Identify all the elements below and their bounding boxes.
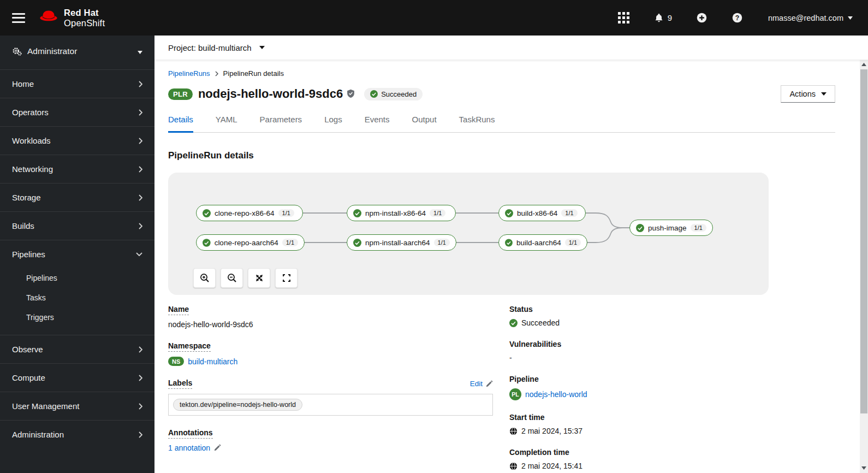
name-label: Name <box>168 305 189 315</box>
fit-to-screen-button[interactable] <box>248 268 270 288</box>
sidebar-item-home[interactable]: Home <box>0 69 154 98</box>
tab-logs[interactable]: Logs <box>324 115 342 133</box>
main-content: Project: build-multiarch PipelineRuns Pi… <box>154 36 868 473</box>
sidebar-item-pipelines[interactable]: Pipelines <box>0 240 154 268</box>
notification-count: 9 <box>668 13 672 22</box>
brand-logo[interactable]: Red Hat OpenShift <box>38 8 105 28</box>
tab-taskruns[interactable]: TaskRuns <box>459 115 495 133</box>
field-labels: Labels Edit tekton.dev/pipeline=nodejs-h… <box>168 379 493 416</box>
task-node-build-x86-64[interactable]: build-x86-64 1/1 <box>498 205 586 221</box>
sidebar-item-networking[interactable]: Networking <box>0 155 154 183</box>
nav-toggle-icon[interactable] <box>12 13 25 23</box>
pencil-icon <box>213 444 221 452</box>
chevron-right-icon <box>139 194 142 201</box>
help-circle-icon[interactable]: ? <box>732 12 743 23</box>
task-node-npm-install-aarch64[interactable]: npm-install-aarch64 1/1 <box>347 234 456 251</box>
cogs-icon <box>12 47 22 56</box>
task-name: push-image <box>648 224 687 232</box>
sidebar-item-administration[interactable]: Administration <box>0 420 154 448</box>
caret-down-icon <box>259 46 265 49</box>
project-bar: Project: build-multiarch <box>154 36 868 60</box>
pipeline-visualization: clone-repo-x86-64 1/1 npm-install-x86-64… <box>168 173 769 295</box>
pipeline-kind-badge: PL <box>509 388 521 400</box>
check-circle-icon <box>370 90 378 98</box>
task-run-count: 1/1 <box>691 224 706 232</box>
vulnerabilities-label: Vulnerabilities <box>509 340 835 348</box>
app-launcher-icon[interactable] <box>618 12 629 23</box>
task-node-push-image[interactable]: push-image 1/1 <box>629 220 713 236</box>
name-value: nodejs-hello-world-9sdc6 <box>168 320 253 329</box>
actions-button[interactable]: Actions <box>781 85 835 103</box>
task-node-build-aarch64[interactable]: build-aarch64 1/1 <box>498 234 587 251</box>
edit-labels-link[interactable]: Edit <box>470 380 493 388</box>
pencil-icon <box>485 380 493 388</box>
scrollbar-up-arrow[interactable] <box>860 61 868 68</box>
project-selector[interactable]: Project: build-multiarch <box>168 43 265 52</box>
user-email: nmasse@redhat.com <box>768 14 843 22</box>
chevron-right-icon <box>139 375 142 381</box>
zoom-out-button[interactable] <box>221 268 243 288</box>
scrollbar-down-arrow[interactable] <box>860 464 868 472</box>
annotations-link[interactable]: 1 annotation <box>168 444 210 452</box>
masthead: Red Hat OpenShift 9 <box>0 0 868 36</box>
task-run-count: 1/1 <box>561 209 577 217</box>
label-chip: tekton.dev/pipeline=nodejs-hello-world <box>173 399 302 411</box>
perspective-switcher[interactable]: Administrator <box>0 36 154 66</box>
status-badge: Succeeded <box>364 88 423 100</box>
scrollbar-thumb[interactable] <box>860 69 867 413</box>
namespace-kind-badge: NS <box>168 357 184 366</box>
tab-yaml[interactable]: YAML <box>216 115 237 133</box>
expand-arrows-icon <box>254 273 265 283</box>
completion-time-label: Completion time <box>509 448 835 457</box>
pipeline-label: Pipeline <box>509 375 835 383</box>
corner-brackets-icon <box>281 273 292 283</box>
sidebar-item-compute[interactable]: Compute <box>0 363 154 392</box>
tab-output[interactable]: Output <box>412 115 437 133</box>
brand-text: Red Hat OpenShift <box>64 8 105 28</box>
chevron-right-icon <box>139 166 142 173</box>
field-annotations: Annotations 1 annotation <box>168 428 493 452</box>
annotations-label: Annotations <box>168 428 213 439</box>
add-circle-icon[interactable] <box>696 12 708 23</box>
globe-icon <box>509 427 518 435</box>
task-run-count: 1/1 <box>565 239 581 246</box>
field-name: Name nodejs-hello-world-9sdc6 <box>168 305 493 329</box>
status-value: Succeeded <box>521 318 560 327</box>
zoom-out-icon <box>227 273 237 283</box>
svg-text:?: ? <box>735 14 739 22</box>
tab-parameters[interactable]: Parameters <box>260 115 302 133</box>
sidebar-subitem-pipelines[interactable]: Pipelines <box>0 268 154 288</box>
tab-events[interactable]: Events <box>365 115 390 133</box>
field-completion-time: Completion time 2 mai 2024, 15:41 <box>509 448 835 470</box>
labels-label: Labels <box>168 379 192 389</box>
sidebar-item-user-management[interactable]: User Management <box>0 392 154 420</box>
caret-down-icon <box>821 92 827 96</box>
task-name: build-aarch64 <box>516 239 561 247</box>
tab-details[interactable]: Details <box>168 115 193 133</box>
user-menu[interactable]: nmasse@redhat.com <box>768 14 853 22</box>
sidebar-item-workloads[interactable]: Workloads <box>0 126 154 155</box>
reset-view-button[interactable] <box>275 268 298 288</box>
pipeline-link[interactable]: nodejs-hello-world <box>525 390 587 399</box>
breadcrumb-pipelineruns-link[interactable]: PipelineRuns <box>168 69 210 78</box>
chevron-right-icon <box>139 109 142 116</box>
sidebar-item-storage[interactable]: Storage <box>0 183 154 211</box>
task-node-npm-install-x86-64[interactable]: npm-install-x86-64 1/1 <box>347 205 456 221</box>
sidebar-subitem-tasks[interactable]: Tasks <box>0 288 154 308</box>
task-run-count: 1/1 <box>434 239 450 246</box>
notifications-bell-icon[interactable]: 9 <box>653 12 672 24</box>
sidebar-item-observe[interactable]: Observe <box>0 335 154 363</box>
task-run-count: 1/1 <box>430 209 445 217</box>
sidebar-item-builds[interactable]: Builds <box>0 211 154 240</box>
task-node-clone-repo-aarch64[interactable]: clone-repo-aarch64 1/1 <box>196 234 305 251</box>
vertical-scrollbar <box>860 60 868 473</box>
chevron-right-icon <box>139 403 142 410</box>
sidebar-item-operators[interactable]: Operators <box>0 98 154 126</box>
task-name: clone-repo-aarch64 <box>215 239 278 247</box>
task-node-clone-repo-x86-64[interactable]: clone-repo-x86-64 1/1 <box>196 205 303 221</box>
sidebar-subitem-triggers[interactable]: Triggers <box>0 308 154 327</box>
zoom-in-button[interactable] <box>193 268 216 288</box>
namespace-link[interactable]: build-multiarch <box>188 357 237 366</box>
caret-down-icon <box>848 16 853 20</box>
tab-bar: Details YAML Parameters Logs Events Outp… <box>168 115 835 133</box>
